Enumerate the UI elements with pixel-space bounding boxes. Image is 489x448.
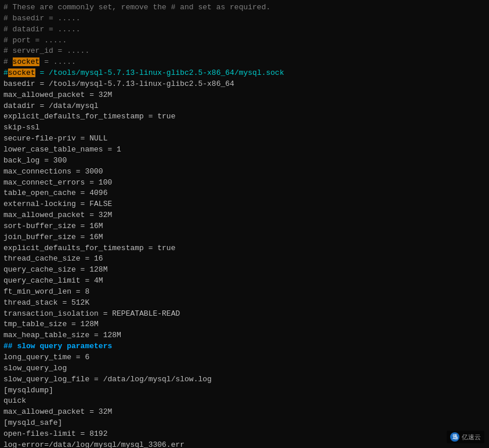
- terminal-line: explicit_defaults_for_timestamp = true: [3, 111, 486, 122]
- terminal-line: query_cache_size = 128M: [3, 265, 486, 276]
- terminal-line: skip-ssl: [3, 122, 486, 133]
- terminal-line: # server_id = .....: [3, 46, 486, 57]
- watermark-logo: 迅: [450, 432, 459, 442]
- terminal-line: #socket = /tools/mysql-5.7.13-linux-glib…: [3, 68, 486, 79]
- watermark-text: 亿速云: [462, 433, 481, 442]
- terminal-line: max_allowed_packet = 32M: [3, 407, 486, 418]
- highlighted-socket: socket: [8, 68, 35, 77]
- terminal-line: max_connect_errors = 100: [3, 178, 486, 189]
- terminal-window: # These are commonly set, remove the # a…: [0, 0, 489, 448]
- terminal-line: back_log = 300: [3, 156, 486, 167]
- terminal-line: max_allowed_packet = 32M: [3, 90, 486, 101]
- terminal-line: tmp_table_size = 128M: [3, 319, 486, 330]
- terminal-line: ft_min_word_len = 8: [3, 287, 486, 298]
- terminal-line: # datadir = .....: [3, 24, 486, 35]
- terminal-line: [mysqldump]: [3, 385, 486, 396]
- terminal-line: table_open_cache = 4096: [3, 188, 486, 199]
- terminal-line: # These are commonly set, remove the # a…: [3, 2, 486, 13]
- code-content: # These are commonly set, remove the # a…: [3, 2, 486, 448]
- terminal-line: query_cache_limit = 4M: [3, 276, 486, 287]
- terminal-line: log-error=/data/log/mysql/mysql_3306.err: [3, 440, 486, 448]
- terminal-line: thread_cache_size = 16: [3, 254, 486, 265]
- terminal-line: # port = .....: [3, 35, 486, 46]
- watermark: 迅 亿速云: [447, 431, 484, 443]
- terminal-line: thread_stack = 512K: [3, 298, 486, 309]
- terminal-line: lower_case_table_names = 1: [3, 144, 486, 156]
- terminal-line: slow_query_log_file = /data/log/mysql/sl…: [3, 374, 486, 385]
- terminal-line: datadir = /data/mysql: [3, 101, 486, 112]
- terminal-line: max_allowed_packet = 32M: [3, 210, 486, 221]
- terminal-line: [mysqld_safe]: [3, 418, 486, 429]
- terminal-line: slow_query_log: [3, 363, 486, 374]
- terminal-line: explicit_defaults_for_timestamp = true: [3, 243, 486, 254]
- terminal-line: secure-file-priv = NULL: [3, 133, 486, 144]
- terminal-line: # basedir = .....: [3, 13, 486, 24]
- terminal-line: ## slow query parameters: [3, 341, 486, 352]
- terminal-line: open-files-limit = 8192: [3, 429, 486, 440]
- terminal-line: max_heap_table_size = 128M: [3, 330, 486, 341]
- terminal-line: quick: [3, 396, 486, 407]
- terminal-line: join_buffer_size = 16M: [3, 232, 486, 243]
- terminal-line: long_query_time = 6: [3, 352, 486, 363]
- terminal-line: basedir = /tools/mysql-5.7.13-linux-glib…: [3, 79, 486, 90]
- terminal-line: # socket = .....: [3, 57, 486, 68]
- terminal-line: sort-buffer_size = 16M: [3, 221, 486, 232]
- terminal-line: transaction_isolation = REPEATABLE-READ: [3, 309, 486, 320]
- highlighted-word: socket: [13, 57, 40, 66]
- terminal-line: max_connections = 3000: [3, 167, 486, 178]
- terminal-line: external-locking = FALSE: [3, 199, 486, 210]
